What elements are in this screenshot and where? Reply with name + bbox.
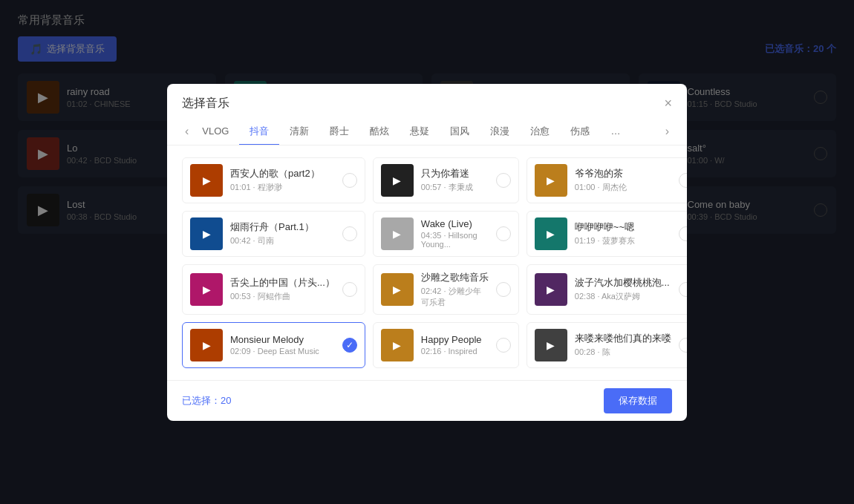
modal-music-card[interactable]: ▶ Monsieur Melody 02:09 · Deep East Musi… [182, 322, 365, 368]
modal-body: ▶ 西安人的歌（part2） 01:01 · 程渺渺 ▶ 只为你着迷 00:57… [167, 145, 687, 380]
modal-music-card[interactable]: ▶ 波子汽水加樱桃桃泡... 02:38 · Aka汉萨姆 [527, 264, 687, 315]
modal-music-info: 来喽来喽他们真的来喽 00:28 · 陈 [575, 332, 671, 358]
modal-music-meta: 00:53 · 阿鲲作曲 [230, 291, 335, 302]
modal-music-card[interactable]: ▶ 沙雕之歌纯音乐 02:42 · 沙雕少年可乐君 [373, 264, 519, 315]
modal-tabs: ‹ VLOG抖音清新爵士酷炫悬疑国风浪漫治愈伤感… › [167, 111, 687, 145]
tab-suspense[interactable]: 悬疑 [400, 119, 440, 145]
modal-music-card[interactable]: ▶ Wake (Live) 04:35 · Hillsong Young... [373, 211, 519, 257]
modal-music-title: Happy People [421, 334, 489, 345]
modal-music-card[interactable]: ▶ 咿咿咿咿~~嗯 01:19 · 菠萝赛东 [527, 211, 687, 257]
modal-music-meta: 01:00 · 周杰伦 [575, 182, 671, 193]
modal-play-overlay: ▶ [381, 164, 414, 197]
modal-play-overlay: ▶ [190, 273, 223, 306]
modal-music-title: 咿咿咿咿~~嗯 [575, 220, 671, 234]
check-empty [496, 173, 511, 188]
check-empty [496, 226, 511, 241]
modal-thumbnail: ▶ [535, 164, 567, 197]
modal-music-grid: ▶ 西安人的歌（part2） 01:01 · 程渺渺 ▶ 只为你着迷 00:57… [182, 157, 672, 368]
modal-music-meta: 02:42 · 沙雕少年可乐君 [421, 286, 489, 308]
check-empty [679, 173, 687, 188]
modal-music-meta: 02:09 · Deep East Music [230, 347, 335, 356]
check-empty [342, 173, 357, 188]
check-empty [679, 226, 687, 241]
modal-close-button[interactable]: × [664, 96, 672, 110]
modal-music-info: 舌尖上的中国（片头...） 00:53 · 阿鲲作曲 [230, 276, 335, 302]
modal-play-overlay: ▶ [381, 217, 414, 250]
modal-thumbnail: ▶ [190, 217, 223, 250]
modal-music-title: Monsieur Melody [230, 334, 335, 345]
modal-music-title: 沙雕之歌纯音乐 [421, 271, 489, 284]
modal-music-info: 爷爷泡的茶 01:00 · 周杰伦 [575, 167, 671, 193]
modal-music-meta: 00:42 · 司南 [230, 235, 335, 246]
modal-play-overlay: ▶ [535, 217, 567, 250]
modal-music-card[interactable]: ▶ 西安人的歌（part2） 01:01 · 程渺渺 [182, 157, 365, 203]
modal-music-info: Wake (Live) 04:35 · Hillsong Young... [421, 218, 489, 249]
modal-music-card[interactable]: ▶ Happy People 02:16 · Inspired [373, 322, 519, 368]
modal-thumbnail: ▶ [381, 273, 414, 306]
modal-header: 选择音乐 × [167, 84, 687, 111]
modal-music-info: 波子汽水加樱桃桃泡... 02:38 · Aka汉萨姆 [575, 276, 671, 302]
modal-music-info: Monsieur Melody 02:09 · Deep East Music [230, 334, 335, 356]
modal-thumbnail: ▶ [381, 329, 414, 361]
check-empty [679, 338, 687, 353]
modal-music-info: 只为你着迷 00:57 · 李秉成 [421, 167, 489, 193]
save-data-button[interactable]: 保存数据 [604, 388, 672, 413]
footer-selected-label: 已选择： [182, 395, 221, 406]
check-empty [496, 282, 511, 297]
tab-sad[interactable]: 伤感 [560, 119, 600, 145]
modal-music-meta: 01:01 · 程渺渺 [230, 182, 335, 193]
footer-selected-text: 已选择：20 [182, 394, 231, 408]
modal-thumbnail: ▶ [190, 273, 223, 306]
modal-music-title: 西安人的歌（part2） [230, 167, 335, 180]
modal-thumbnail: ▶ [535, 329, 567, 361]
modal-music-card[interactable]: ▶ 烟雨行舟（Part.1） 00:42 · 司南 [182, 211, 365, 257]
modal-music-title: 来喽来喽他们真的来喽 [575, 332, 671, 345]
modal-thumbnail: ▶ [190, 329, 223, 361]
modal-music-title: Wake (Live) [421, 218, 489, 229]
modal-music-title: 只为你着迷 [421, 167, 489, 180]
tab-fresh[interactable]: 清新 [279, 119, 319, 145]
tab-cool[interactable]: 酷炫 [359, 119, 400, 145]
tab-next-button[interactable]: › [662, 125, 672, 138]
modal-play-overlay: ▶ [190, 217, 223, 250]
tab-heal[interactable]: 治愈 [520, 119, 560, 145]
modal-music-info: Happy People 02:16 · Inspired [421, 334, 489, 356]
check-selected: ✓ [342, 338, 357, 353]
modal-thumbnail: ▶ [535, 217, 567, 250]
music-select-modal: 选择音乐 × ‹ VLOG抖音清新爵士酷炫悬疑国风浪漫治愈伤感… › ▶ 西安人… [167, 84, 687, 421]
modal-music-meta: 00:57 · 李秉成 [421, 182, 489, 193]
modal-play-overlay: ▶ [381, 329, 414, 361]
modal-music-meta: 02:38 · Aka汉萨姆 [575, 291, 671, 302]
modal-music-card[interactable]: ▶ 只为你着迷 00:57 · 李秉成 [373, 157, 519, 203]
modal-music-meta: 00:28 · 陈 [575, 347, 671, 358]
modal-music-title: 舌尖上的中国（片头...） [230, 276, 335, 289]
modal-music-card[interactable]: ▶ 舌尖上的中国（片头...） 00:53 · 阿鲲作曲 [182, 264, 365, 315]
tab-prev-button[interactable]: ‹ [182, 125, 192, 138]
modal-play-overlay: ▶ [190, 329, 223, 361]
tab-more[interactable]: … [600, 120, 630, 144]
check-empty [496, 338, 511, 353]
modal-play-overlay: ▶ [190, 164, 223, 197]
modal-music-card[interactable]: ▶ 爷爷泡的茶 01:00 · 周杰伦 [527, 157, 687, 203]
modal-music-title: 波子汽水加樱桃桃泡... [575, 276, 671, 289]
footer-selected-count: 20 [221, 395, 231, 406]
modal-play-overlay: ▶ [535, 273, 567, 306]
modal-thumbnail: ▶ [190, 164, 223, 197]
tab-guofeng[interactable]: 国风 [440, 119, 480, 145]
modal-music-meta: 01:19 · 菠萝赛东 [575, 235, 671, 246]
check-empty [342, 226, 357, 241]
modal-footer: 已选择：20 保存数据 [167, 380, 687, 421]
modal-music-info: 烟雨行舟（Part.1） 00:42 · 司南 [230, 220, 335, 246]
check-empty [342, 282, 357, 297]
modal-music-info: 西安人的歌（part2） 01:01 · 程渺渺 [230, 167, 335, 193]
modal-thumbnail: ▶ [381, 164, 414, 197]
modal-music-meta: 04:35 · Hillsong Young... [421, 231, 489, 249]
check-empty [679, 282, 687, 297]
tab-vlog[interactable]: VLOG [192, 120, 239, 144]
tab-jazz[interactable]: 爵士 [319, 119, 359, 145]
tab-romantic[interactable]: 浪漫 [480, 119, 520, 145]
modal-music-card[interactable]: ▶ 来喽来喽他们真的来喽 00:28 · 陈 [527, 322, 687, 368]
tab-douyin[interactable]: 抖音 [239, 119, 279, 145]
modal-thumbnail: ▶ [381, 217, 414, 250]
modal-play-overlay: ▶ [381, 273, 414, 306]
